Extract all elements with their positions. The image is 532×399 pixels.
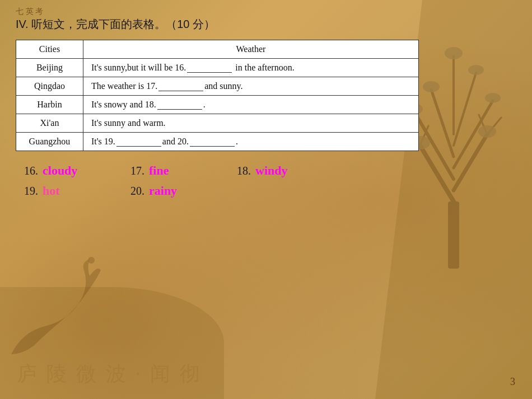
svg-line-2 bbox=[454, 134, 487, 190]
svg-point-19 bbox=[88, 257, 95, 264]
answer-row-1: 16. cloudy 17. fine 18. windy bbox=[16, 163, 419, 178]
table-header-row: Cities Weather bbox=[16, 40, 419, 59]
city-qingdao: Qingdao bbox=[16, 77, 83, 96]
answer-word-18: windy bbox=[255, 163, 317, 178]
watermark: 庐 陵 微 波 · 闻 彻 bbox=[17, 360, 202, 388]
svg-point-16 bbox=[423, 81, 440, 92]
city-guangzhou: Guangzhou bbox=[16, 133, 83, 151]
svg-rect-0 bbox=[448, 201, 459, 269]
city-harbin: Harbin bbox=[16, 96, 83, 114]
blank-18 bbox=[157, 109, 202, 110]
deco-animal-icon bbox=[0, 254, 112, 365]
answer-row-2: 19. hot 20. rainy bbox=[16, 184, 419, 198]
weather-harbin: It's snowy and 18.. bbox=[83, 96, 418, 114]
weather-beijing: It's sunny,but it will be 16. in the aft… bbox=[83, 59, 418, 77]
blank-20 bbox=[190, 146, 235, 147]
city-xian: Xi'an bbox=[16, 114, 83, 133]
answer-word-20: rainy bbox=[149, 184, 211, 198]
answer-num-19: 19. bbox=[16, 185, 43, 198]
svg-point-17 bbox=[468, 65, 484, 75]
page-number: 3 bbox=[510, 376, 515, 388]
weather-qingdao: The weather is 17.and sunny. bbox=[83, 77, 418, 96]
answer-num-20: 20. bbox=[121, 185, 149, 198]
weather-xian: It's sunny and warm. bbox=[83, 114, 418, 133]
table-row: Qingdao The weather is 17.and sunny. bbox=[16, 77, 419, 96]
answer-word-19: hot bbox=[43, 184, 104, 198]
city-beijing: Beijing bbox=[16, 59, 83, 77]
answer-num-16: 16. bbox=[16, 165, 43, 177]
blank-17 bbox=[158, 91, 203, 91]
header-cities: Cities bbox=[16, 40, 83, 59]
table-row: Guangzhou It's 19.and 20.. bbox=[16, 133, 419, 151]
table-row: Xi'an It's sunny and warm. bbox=[16, 114, 419, 133]
blank-19 bbox=[116, 146, 161, 147]
answer-num-17: 17. bbox=[121, 165, 149, 177]
header-weather: Weather bbox=[83, 40, 418, 59]
table-row: Beijing It's sunny,but it will be 16. in… bbox=[16, 59, 419, 77]
weather-table: Cities Weather Beijing It's sunny,but it… bbox=[16, 40, 419, 151]
top-mark: 七 英 考 bbox=[16, 7, 43, 17]
section-title: IV. 听短文，完成下面的表格。（10 分） bbox=[16, 17, 419, 32]
svg-point-13 bbox=[478, 125, 496, 138]
answer-word-16: cloudy bbox=[43, 163, 104, 178]
svg-point-18 bbox=[445, 47, 463, 59]
blank-16 bbox=[187, 72, 232, 73]
weather-guangzhou: It's 19.and 20.. bbox=[83, 133, 418, 151]
answer-word-17: fine bbox=[149, 163, 211, 178]
table-row: Harbin It's snowy and 18.. bbox=[16, 96, 419, 114]
answers-section: 16. cloudy 17. fine 18. windy 19. hot 20… bbox=[16, 163, 419, 198]
main-content: IV. 听短文，完成下面的表格。（10 分） Cities Weather Be… bbox=[16, 17, 419, 198]
answer-num-18: 18. bbox=[227, 165, 255, 177]
svg-point-15 bbox=[485, 93, 501, 103]
